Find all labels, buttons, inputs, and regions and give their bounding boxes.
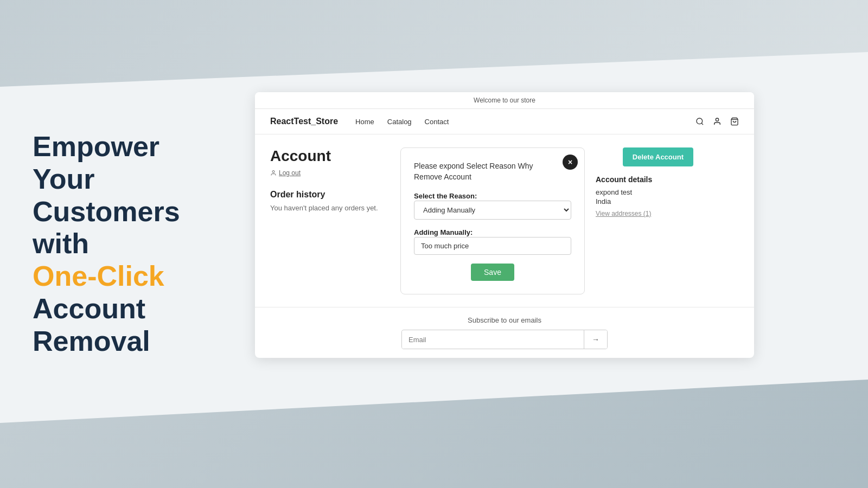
svg-point-0 [697,118,703,124]
sub-label: Adding Manually: [414,228,473,236]
modal-card: × Please expond Select Reason Why Remove… [400,147,585,294]
account-right: Delete Account Account details expond te… [596,147,693,294]
store-window: Welcome to our store ReactTest_Store Hom… [255,92,754,358]
email-submit-button[interactable]: → [584,330,607,349]
logout-link[interactable]: Log out [270,169,390,177]
save-button[interactable]: Save [471,264,514,281]
store-topbar: Welcome to our store [255,92,754,109]
user-icon [713,117,722,126]
svg-point-1 [716,118,718,121]
nav-icons [695,117,739,126]
headline-line4: Account [33,293,228,325]
logout-label: Log out [279,169,301,177]
search-icon [695,117,704,126]
view-addresses-link[interactable]: View addresses (1) [596,210,693,217]
select-reason-label: Select the Reason: [414,192,477,200]
nav-links: Home Catalog Contact [355,118,695,126]
email-input[interactable] [402,331,584,349]
modal-close-button[interactable]: × [563,155,578,170]
nav-link-home[interactable]: Home [355,118,374,126]
reason-input[interactable] [414,237,571,255]
search-button[interactable] [695,117,704,126]
headline-line5: Removal [33,325,228,357]
modal-title: Please expond Select Reason Why Remove A… [414,161,571,182]
headline-line2: Customers with [33,195,228,260]
nav-link-contact[interactable]: Contact [425,118,449,126]
account-details-section: Account details expond test India View a… [596,175,693,217]
cart-button[interactable] [730,117,739,126]
reason-select[interactable]: Adding Manually Too expensive Not useful… [414,201,571,220]
svg-point-3 [272,171,275,173]
order-history-title: Order history [270,190,390,200]
headline-line1: Empower Your [33,131,228,196]
store-logo: ReactTest_Store [270,117,338,126]
nav-link-catalog[interactable]: Catalog [387,118,412,126]
account-title: Account [270,147,390,165]
user-small-icon [270,170,277,176]
cart-icon [730,117,739,126]
close-icon: × [568,158,572,166]
topbar-text: Welcome to our store [474,97,535,104]
account-button[interactable] [713,117,722,126]
customer-name: expond test [596,188,693,196]
customer-country: India [596,197,693,206]
store-nav: ReactTest_Store Home Catalog Contact [255,109,754,134]
order-history-empty: You haven't placed any orders yet. [270,204,390,212]
subscribe-label: Subscribe to our emails [270,316,739,324]
delete-account-button[interactable]: Delete Account [623,147,693,166]
store-main: Account Log out Order history You haven'… [255,134,754,307]
left-panel: Empower Your Customers with One-Click Ac… [33,131,228,358]
account-details-title: Account details [596,175,693,184]
email-form: → [401,330,608,349]
headline-line3: One-Click [33,260,228,293]
account-left: Account Log out Order history You haven'… [270,147,390,294]
store-footer: Subscribe to our emails → [255,307,754,358]
